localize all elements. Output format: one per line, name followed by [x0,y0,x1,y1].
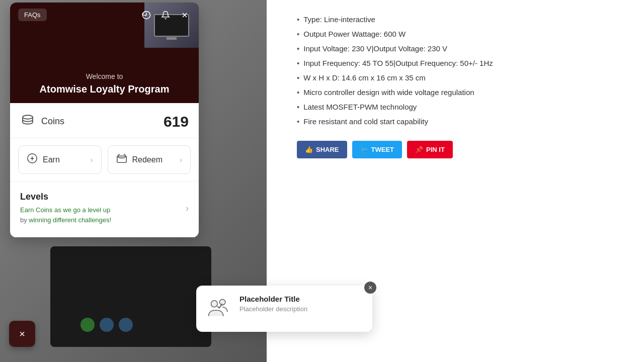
svg-point-8 [211,301,217,307]
tweet-button[interactable]: 🐦 TWEET [352,141,403,158]
social-buttons: 👍 SHARE 🐦 TWEET 📌 PIN IT [297,141,614,158]
redeem-icon [116,153,127,166]
earn-chevron: › [91,156,93,164]
spec-micro: • Micro controller design with wide volt… [297,88,614,97]
action-buttons: Earn › Redeem › [10,138,199,182]
status-button [100,318,114,332]
coins-icon [20,112,35,131]
earn-label: Earn [43,155,60,164]
notification-title: Placeholder Title [239,295,307,303]
product-specs: • Type: Line-interactive • Output Power … [297,15,614,126]
faqs-button[interactable]: FAQs [18,9,47,21]
levels-section: Levels Earn Coins as we go a level up by… [10,182,199,237]
spec-mosfet: • Latest MOSFET-PWM technology [297,103,614,111]
spec-frequency: • Input Frequency: 45 TO 55|Output Frequ… [297,59,614,67]
power-button [80,318,95,332]
notification-description: Placeholder description [239,305,307,313]
levels-title: Levels [20,192,111,202]
levels-left: Levels Earn Coins as we go a level up by… [20,192,111,225]
notification-popup: × Placeholder Title Placeholder descript… [196,286,372,332]
levels-description: Earn Coins as we go a level up by winnin… [20,205,111,225]
notification-close-button[interactable]: × [364,282,376,294]
coins-label: Coins [41,116,64,127]
pin-button[interactable]: 📌 PIN IT [407,141,453,158]
ups-buttons [80,318,133,332]
levels-chevron[interactable]: › [186,203,189,214]
spec-wattage: • Output Power Wattage: 600 W [297,30,614,38]
coins-left: Coins [20,112,64,131]
share-icon: 👍 [305,146,313,153]
coins-value: 619 [164,113,189,130]
welcome-text: Welcome to [86,72,123,80]
pin-icon: 📌 [415,146,423,153]
notification-button[interactable] [159,9,172,21]
close-bottom-button[interactable]: × [9,321,35,347]
earn-button[interactable]: Earn › [18,145,102,174]
share-button[interactable]: 👍 SHARE [297,141,347,158]
redeem-chevron: › [180,156,182,164]
notification-icon [204,295,232,323]
panel-top-bar: FAQs [10,9,199,21]
coins-section: Coins 619 [10,103,199,138]
close-panel-button[interactable] [179,9,191,21]
levels-highlight: winning different challenges! [29,216,111,224]
mode-button [119,318,133,332]
redeem-button[interactable]: Redeem › [108,145,191,174]
history-button[interactable] [140,9,152,21]
spec-fire: • Fire resistant and cold start capabili… [297,117,614,126]
panel-icon-group [140,9,191,21]
notification-content: Placeholder Title Placeholder descriptio… [239,295,307,313]
ups-device [50,246,211,347]
tweet-icon: 🐦 [360,146,368,153]
loyalty-panel: FAQs [10,3,199,237]
spec-type: • Type: Line-interactive [297,15,614,24]
svg-point-3 [23,115,33,119]
panel-header: FAQs [10,3,199,103]
program-title: Atomwise Loyalty Program [40,83,170,95]
spec-voltage: • Input Voltage: 230 V|Output Voltage: 2… [297,44,614,53]
spec-dimensions: • W x H x D: 14.6 cm x 16 cm x 35 cm [297,73,614,82]
earn-icon [27,153,38,166]
redeem-label: Redeem [132,155,163,164]
